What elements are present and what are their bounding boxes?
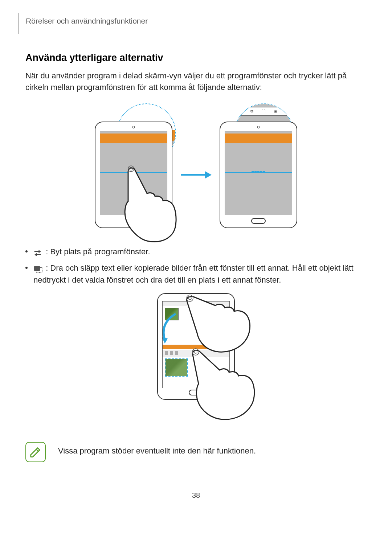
hand-pointing-icon — [120, 165, 178, 245]
section-header: Rörelser och användningsfunktioner — [26, 13, 367, 25]
svg-rect-4 — [34, 266, 40, 271]
note-block: Vissa program stöder eventuellt inte den… — [25, 442, 367, 462]
hand-bottom-icon — [186, 348, 259, 420]
arrow-right-icon — [180, 168, 212, 182]
drag-content-icon — [33, 264, 43, 272]
drag-description: : Dra och släpp text eller kopierade bil… — [33, 263, 354, 284]
subheading: Använda ytterligare alternativ — [25, 52, 367, 63]
close-icon: ✕ — [286, 109, 289, 114]
options-list: : Byt plats på programfönster. : Dra och… — [25, 246, 367, 286]
maximize-icon: ▣ — [274, 109, 277, 114]
intro-paragraph: När du använder program i delad skärm-vy… — [25, 70, 367, 93]
expand-icon: ⛶ — [261, 109, 265, 114]
page-number: 38 — [25, 491, 367, 500]
figure-drag-drop — [25, 293, 367, 427]
swap-windows-icon — [33, 248, 43, 256]
swap-description: : Byt plats på programfönster. — [46, 247, 150, 256]
figure-split-screen-options: ⇆ ⧉ ⛶ ▣ ✕ — [25, 104, 367, 235]
drag-content-icon: ⧉ — [250, 109, 253, 114]
swap-icon: ⇆ — [239, 109, 242, 114]
note-icon — [25, 442, 46, 462]
svg-marker-6 — [162, 337, 168, 344]
note-text: Vissa program stöder eventuellt inte den… — [58, 442, 256, 456]
list-item: : Byt plats på programfönster. — [25, 246, 367, 258]
list-item: : Dra och släpp text eller kopierade bil… — [25, 262, 367, 286]
svg-marker-3 — [205, 171, 212, 178]
tablet-right — [220, 122, 297, 228]
split-screen-toolbar: ⇆ ⧉ ⛶ ▣ ✕ — [235, 107, 293, 116]
